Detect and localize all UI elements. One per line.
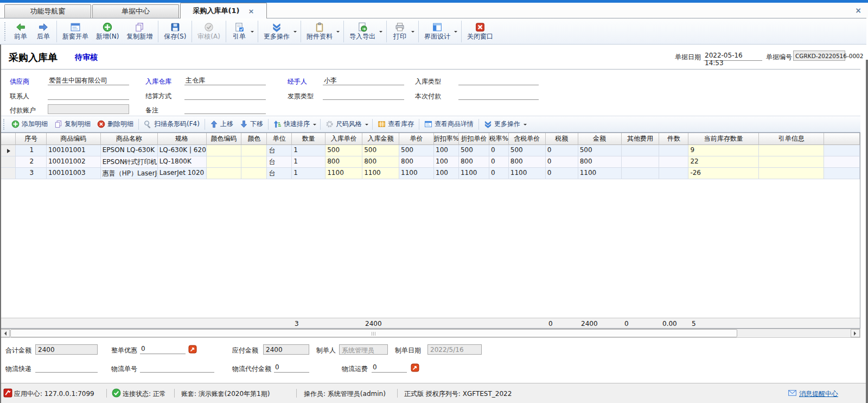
grid-cell[interactable]: 0 [489, 145, 509, 156]
grid-cell[interactable]: 800 [326, 156, 362, 168]
form-field[interactable]: 小李 [323, 75, 404, 85]
grid-header-cell[interactable]: 税率% [489, 133, 509, 145]
grid-cell[interactable] [241, 145, 267, 156]
tab-2[interactable]: 单据中心 [92, 4, 179, 18]
toolbar-button-printer[interactable]: 打印 [388, 21, 417, 42]
grid-cell[interactable]: 500 [326, 145, 362, 156]
button-face[interactable]: 快速排序 [270, 118, 313, 130]
toolbar-button-delete[interactable]: 删除明细 [94, 118, 137, 130]
grid-cell[interactable]: 台 [267, 145, 292, 156]
tab-1[interactable]: 功能导航窗 [4, 4, 91, 18]
footer-field[interactable]: 2400 [35, 344, 98, 355]
form-field[interactable] [48, 90, 129, 100]
button-face[interactable]: 更多操作 [260, 21, 293, 42]
grid-header-cell[interactable]: 序号 [16, 133, 47, 145]
toolbar-button-grid-orange[interactable]: 查看库存 [374, 118, 417, 130]
button-face[interactable]: 更多操作 [481, 118, 524, 130]
dropdown-arrow-icon[interactable] [524, 124, 527, 127]
toolbar-button-arrow-left[interactable]: 前单 [9, 21, 32, 42]
toolbar-button-detail-window[interactable]: 查看商品详情 [421, 118, 477, 130]
footer-field[interactable]: 0 [372, 363, 407, 373]
dropdown-arrow-icon[interactable] [293, 31, 297, 34]
grid-cell[interactable]: 0 [546, 145, 578, 156]
dropdown-arrow-icon[interactable] [454, 31, 457, 34]
grid-cell[interactable] [659, 156, 688, 168]
grid-cell[interactable]: 500 [459, 145, 489, 156]
grid-cell[interactable] [207, 168, 242, 179]
grid-cell[interactable]: 800 [459, 156, 489, 168]
grid-cell[interactable] [207, 145, 242, 156]
grid-cell[interactable]: 100 [434, 168, 459, 179]
grid-cell[interactable] [622, 168, 660, 179]
toolbar-button-scan[interactable]: 扫描条形码(F4) [141, 118, 203, 130]
button-face[interactable]: 下移 [237, 118, 266, 130]
grid-cell[interactable] [241, 156, 267, 168]
button-face[interactable]: 查看商品详情 [421, 118, 477, 130]
toolbar-button-export[interactable]: 导入导出 [346, 21, 385, 42]
grid-cell[interactable]: 100101001 [47, 145, 101, 156]
toolbar-button-save[interactable]: 保存(S) [160, 21, 190, 42]
table-row[interactable]: 1100101001EPSON LQ-630KLQ-630K | 620K台15… [1, 145, 860, 156]
button-face[interactable]: 导入导出 [346, 21, 379, 42]
footer-field[interactable] [140, 363, 214, 373]
grid-cell[interactable]: 1100 [578, 168, 622, 179]
toolbar-button-sort[interactable]: 快速排序 [270, 118, 318, 130]
form-field[interactable] [48, 104, 129, 114]
grid-cell[interactable]: 800 [399, 156, 434, 168]
toolbar-button-clipboard[interactable]: 附件资料 [303, 21, 342, 42]
grid-cell[interactable] [824, 145, 860, 156]
grid-cell[interactable]: 1100 [399, 168, 434, 179]
grid-cell[interactable]: 100 [434, 145, 459, 156]
grid-header-cell[interactable]: 其他费用 [622, 133, 660, 145]
button-face[interactable]: 尺码风格 [322, 118, 365, 130]
scrollbar-thumb[interactable] [10, 329, 737, 337]
toolbar-button-add[interactable]: 新增(N) [92, 21, 123, 42]
grid-cell[interactable]: 500 [399, 145, 434, 156]
button-face[interactable]: 打印 [388, 21, 411, 42]
grid-cell[interactable]: 500 [578, 145, 622, 156]
tab-close-icon[interactable]: × [248, 7, 254, 15]
doc-date-field[interactable]: 2022-05-16 14:53 [704, 51, 762, 61]
toolbar-button-add[interactable]: 添加明细 [8, 118, 51, 130]
grid-cell[interactable]: 0 [546, 168, 578, 179]
tab-3[interactable]: 采购入库单(1)× [180, 3, 267, 18]
grid-header-cell[interactable]: 规格 [158, 133, 207, 145]
table-row[interactable]: 3100101003惠普（HP）LaserJetLaserJet 1020台11… [1, 168, 860, 179]
form-field[interactable] [323, 90, 404, 100]
grid-cell[interactable]: 1100 [362, 168, 399, 179]
grid-cell[interactable]: LaserJet 1020 [158, 168, 207, 179]
dropdown-arrow-icon[interactable] [313, 124, 316, 127]
grid-cell[interactable]: 1100 [509, 168, 546, 179]
grid-cell[interactable]: 800 [362, 156, 399, 168]
button-face[interactable]: 删除明细 [94, 118, 137, 130]
dropdown-arrow-icon[interactable] [251, 31, 254, 34]
grid-cell[interactable]: 1 [292, 156, 326, 168]
toolbar-button-layout[interactable]: 界面设计 [420, 21, 459, 42]
button-face[interactable]: 关闭窗口 [463, 21, 497, 42]
grid-header-cell[interactable]: 当前库存数量 [688, 133, 759, 145]
grid-cell[interactable] [622, 156, 660, 168]
grid-cell[interactable]: 100101002 [47, 156, 101, 168]
table-row[interactable]: 2100101002EPSON针式打印机LQ-1800K台18008008001… [1, 156, 860, 168]
grid-cell[interactable]: LQ-1800K [158, 156, 207, 168]
toolbar-button-chevrons[interactable]: 更多操作 [260, 21, 299, 42]
grid-cell[interactable]: 1 [16, 145, 47, 156]
toolbar-button-arrow-up[interactable]: 上移 [207, 118, 237, 130]
grid-cell[interactable]: 1100 [459, 168, 489, 179]
grid-header-cell[interactable]: 单价 [399, 133, 434, 145]
dropdown-arrow-icon[interactable] [336, 31, 340, 34]
grid-header-cell[interactable]: 入库单价 [326, 133, 362, 145]
footer-field[interactable]: 2400 [263, 344, 309, 355]
adjust-icon[interactable] [188, 345, 197, 354]
dropdown-arrow-icon[interactable] [379, 31, 382, 34]
message-center-link[interactable]: 消息提醒中心 [799, 389, 838, 399]
grid-cell[interactable]: 100101003 [47, 168, 101, 179]
grid-cell[interactable]: 3 [16, 168, 47, 179]
grid-cell[interactable]: 100 [434, 156, 459, 168]
toolbar-button-doc-check[interactable]: 引单 [228, 21, 256, 42]
grid-header-cell[interactable]: 商品名称 [101, 133, 158, 145]
grid-cell[interactable]: 500 [509, 145, 546, 156]
button-face[interactable]: 审核(A) [194, 21, 224, 42]
grid-header-cell[interactable]: 折扣率% [434, 133, 459, 145]
grid-header-cell[interactable]: 金额 [578, 133, 622, 145]
